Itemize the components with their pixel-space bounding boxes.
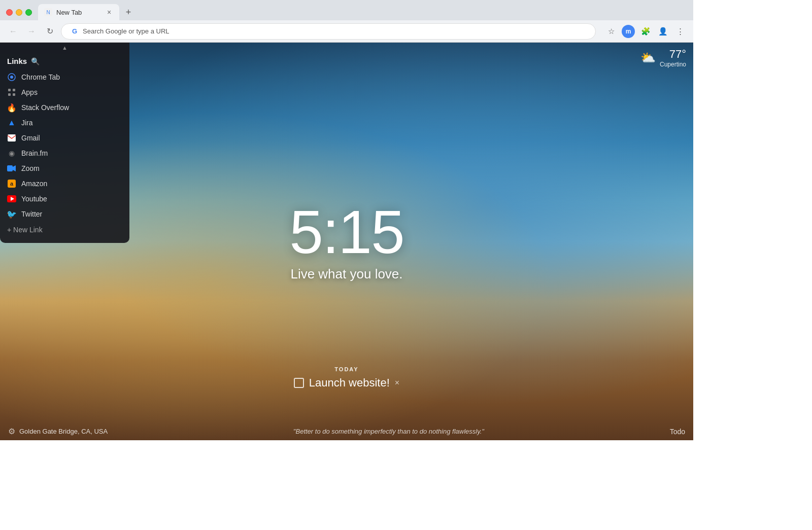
- todo-section-label: TODAY: [270, 366, 423, 372]
- links-list: Chrome Tab Apps 🔥 Stack Overflow: [0, 68, 129, 223]
- forward-icon: →: [27, 27, 36, 36]
- chrome-menu-button[interactable]: ⋮: [673, 24, 687, 39]
- tab-title: New Tab: [56, 9, 82, 16]
- link-item-zoom[interactable]: Zoom: [0, 161, 129, 176]
- weather-info: 77° Cupertino: [660, 48, 686, 68]
- twitter-label: Twitter: [21, 210, 42, 218]
- amazon-icon: a: [7, 179, 16, 188]
- menu-icon: ⋮: [676, 27, 684, 36]
- link-item-apps[interactable]: Apps: [0, 85, 129, 100]
- brain-fm-label: Brain.fm: [21, 149, 48, 157]
- twitter-icon: 🐦: [7, 209, 16, 219]
- minimize-button[interactable]: [16, 9, 22, 16]
- bookmark-button[interactable]: ☆: [604, 24, 618, 39]
- extensions-button[interactable]: 🧩: [638, 24, 653, 39]
- brain-fm-icon: ◉: [7, 149, 16, 158]
- browser-chrome: N New Tab × + ← → ↻ G Search Google or t…: [0, 0, 693, 43]
- svg-rect-5: [13, 89, 15, 91]
- todo-link[interactable]: Todo: [670, 428, 685, 436]
- todo-area: TODAY Launch website! ×: [270, 366, 423, 390]
- stackoverflow-label: Stack Overflow: [21, 103, 69, 112]
- new-tab-button[interactable]: +: [121, 5, 136, 19]
- links-search-button[interactable]: 🔍: [31, 57, 40, 65]
- clock-quote: Live what you love.: [289, 266, 404, 282]
- youtube-label: Youtube: [21, 195, 47, 203]
- back-button[interactable]: ←: [6, 24, 20, 39]
- link-item-youtube[interactable]: Youtube: [0, 191, 129, 206]
- svg-text:N: N: [46, 10, 50, 15]
- svg-rect-7: [13, 93, 15, 96]
- account-icon: 👤: [658, 27, 668, 36]
- link-item-stackoverflow[interactable]: 🔥 Stack Overflow: [0, 100, 129, 115]
- link-item-chrome-tab[interactable]: Chrome Tab: [0, 69, 129, 85]
- link-item-twitter[interactable]: 🐦 Twitter: [0, 206, 129, 222]
- weather-icon: ⛅: [640, 51, 656, 65]
- settings-icon[interactable]: ⚙: [8, 427, 15, 436]
- todo-dismiss-button[interactable]: ×: [395, 378, 399, 387]
- new-link-label: + New Link: [7, 226, 43, 234]
- todo-text: Launch website!: [309, 376, 390, 390]
- address-bar[interactable]: G Search Google or type a URL: [61, 23, 596, 40]
- active-tab[interactable]: N New Tab ×: [38, 4, 119, 20]
- svg-point-3: [10, 76, 13, 79]
- new-link-button[interactable]: + New Link: [0, 223, 129, 237]
- svg-rect-4: [8, 89, 11, 91]
- svg-rect-6: [8, 93, 11, 96]
- weather-temperature: 77°: [660, 48, 686, 61]
- links-panel: ▲ Links 🔍 Chrome Tab: [0, 43, 129, 243]
- traffic-lights: [6, 9, 32, 16]
- amazon-label: Amazon: [21, 180, 47, 188]
- svg-rect-8: [8, 134, 16, 142]
- tab-close-btn[interactable]: ×: [105, 8, 113, 16]
- link-item-jira[interactable]: ▲ Jira: [0, 115, 129, 130]
- google-logo: G: [70, 26, 80, 37]
- weather-widget: ⛅ 77° Cupertino: [640, 48, 686, 68]
- bottom-quote: "Better to do something imperfectly than…: [293, 428, 484, 435]
- bottom-bar: ⚙ Golden Gate Bridge, CA, USA "Better to…: [0, 422, 693, 440]
- profile-menu-button[interactable]: m: [621, 24, 635, 39]
- forward-button[interactable]: →: [24, 24, 39, 39]
- links-title: Links: [7, 57, 27, 65]
- reload-button[interactable]: ↻: [43, 24, 57, 39]
- links-header: Links 🔍: [0, 52, 129, 68]
- bookmark-icon: ☆: [608, 27, 615, 36]
- nav-right-buttons: ☆ m 🧩 👤 ⋮: [604, 24, 687, 39]
- clock-time: 5:15: [289, 201, 404, 262]
- stackoverflow-icon: 🔥: [7, 103, 16, 112]
- main-content: ⛅ 77° Cupertino ▲ Links 🔍 Chrome Tab: [0, 43, 693, 440]
- todo-checkbox[interactable]: [294, 378, 304, 388]
- maximize-button[interactable]: [25, 9, 32, 16]
- gmail-label: Gmail: [21, 134, 40, 142]
- chrome-tab-icon: [7, 73, 16, 82]
- user-avatar: m: [622, 25, 635, 38]
- location-label: Golden Gate Bridge, CA, USA: [19, 428, 108, 435]
- youtube-icon: [7, 194, 16, 203]
- clock-area: 5:15 Live what you love.: [289, 201, 404, 282]
- svg-rect-9: [7, 165, 13, 171]
- apps-label: Apps: [21, 88, 38, 96]
- link-item-amazon[interactable]: a Amazon: [0, 176, 129, 191]
- tab-bar: N New Tab × +: [38, 4, 136, 20]
- title-bar: N New Tab × +: [0, 0, 693, 20]
- chrome-tab-label: Chrome Tab: [21, 73, 60, 81]
- account-button[interactable]: 👤: [656, 24, 670, 39]
- reload-icon: ↻: [47, 26, 53, 36]
- jira-label: Jira: [21, 119, 33, 127]
- weather-city: Cupertino: [660, 61, 686, 68]
- link-item-brain-fm[interactable]: ◉ Brain.fm: [0, 146, 129, 161]
- puzzle-icon: 🧩: [641, 27, 651, 36]
- close-button[interactable]: [6, 9, 13, 16]
- jira-icon: ▲: [7, 118, 16, 127]
- apps-icon: [7, 88, 16, 97]
- zoom-label: Zoom: [21, 164, 40, 172]
- link-item-gmail[interactable]: Gmail: [0, 130, 129, 146]
- svg-text:a: a: [10, 181, 14, 187]
- todo-item: Launch website! ×: [270, 376, 423, 390]
- svg-marker-10: [13, 165, 16, 171]
- back-icon: ←: [9, 27, 17, 36]
- collapse-arrow[interactable]: ▲: [0, 43, 129, 52]
- tab-favicon: N: [44, 8, 52, 16]
- zoom-icon: [7, 164, 16, 173]
- gmail-icon: [7, 133, 16, 143]
- nav-bar: ← → ↻ G Search Google or type a URL ☆ m …: [0, 20, 693, 43]
